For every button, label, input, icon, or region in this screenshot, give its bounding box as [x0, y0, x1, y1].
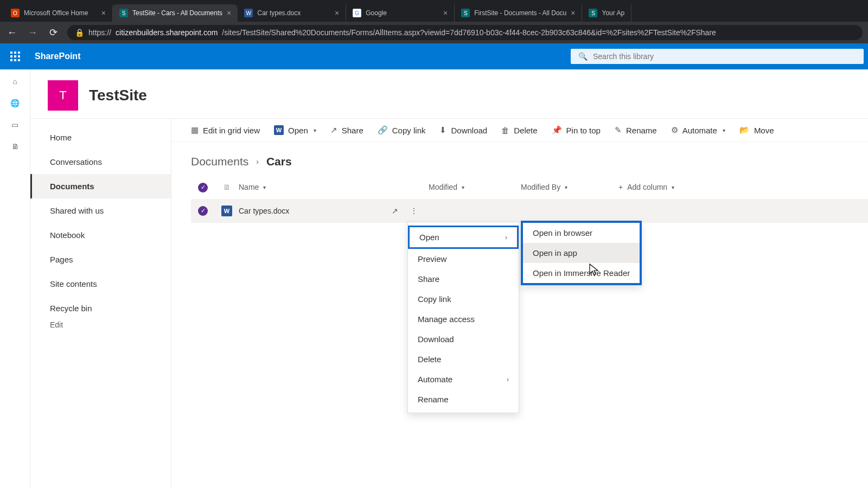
sharepoint-favicon: S [589, 9, 597, 17]
product-brand[interactable]: SharePoint [35, 52, 80, 61]
sharepoint-favicon: S [461, 9, 470, 17]
tab-title: Microsoft Office Home [24, 9, 88, 17]
suite-bar: SharePoint 🔍 [0, 43, 868, 69]
word-favicon: W [244, 9, 253, 17]
search-input[interactable] [593, 52, 856, 61]
url-path: /sites/TestSite/Shared%20Documents/Forms… [222, 28, 716, 37]
lock-icon: 🔒 [75, 28, 84, 37]
browser-tab[interactable]: S Your Ap [582, 4, 631, 22]
close-icon[interactable]: × [571, 9, 575, 17]
url-host: citizenbuilders.sharepoint.com [116, 28, 218, 37]
app-launcher[interactable] [4, 46, 26, 67]
browser-tab[interactable]: S TestSite - Cars - All Documents × [113, 4, 238, 22]
close-icon[interactable]: × [227, 9, 231, 17]
browser-toolbar: ← → ⟳ 🔒 https://citizenbuilders.sharepoi… [0, 22, 868, 43]
suite-search[interactable]: 🔍 [571, 49, 864, 64]
browser-tab-strip: O Microsoft Office Home × S TestSite - C… [0, 0, 868, 22]
browser-tab[interactable]: G Google × [346, 4, 455, 22]
browser-tab[interactable]: O Microsoft Office Home × [4, 4, 113, 22]
url-prefix: https:// [88, 28, 111, 37]
tab-title: Google [366, 9, 387, 17]
office-favicon: O [11, 9, 20, 17]
tab-title: TestSite - Cars - All Documents [132, 9, 222, 17]
address-bar[interactable]: 🔒 https://citizenbuilders.sharepoint.com… [67, 25, 863, 40]
close-icon[interactable]: × [443, 9, 448, 17]
tab-title: FirstSite - Documents - All Docu [474, 9, 566, 17]
waffle-icon [10, 52, 20, 61]
browser-tab[interactable]: S FirstSite - Documents - All Docu × [455, 4, 582, 22]
google-favicon: G [353, 9, 361, 17]
close-icon[interactable]: × [101, 9, 106, 17]
tab-title: Your Ap [602, 9, 624, 17]
back-button[interactable]: ← [5, 27, 18, 38]
tab-title: Car types.docx [257, 9, 301, 17]
sharepoint-favicon: S [119, 9, 128, 17]
close-icon[interactable]: × [335, 9, 339, 17]
forward-button[interactable]: → [26, 27, 39, 38]
reload-button[interactable]: ⟳ [47, 27, 60, 38]
browser-tab[interactable]: W Car types.docx × [238, 4, 346, 22]
search-icon: 🔍 [578, 52, 588, 61]
